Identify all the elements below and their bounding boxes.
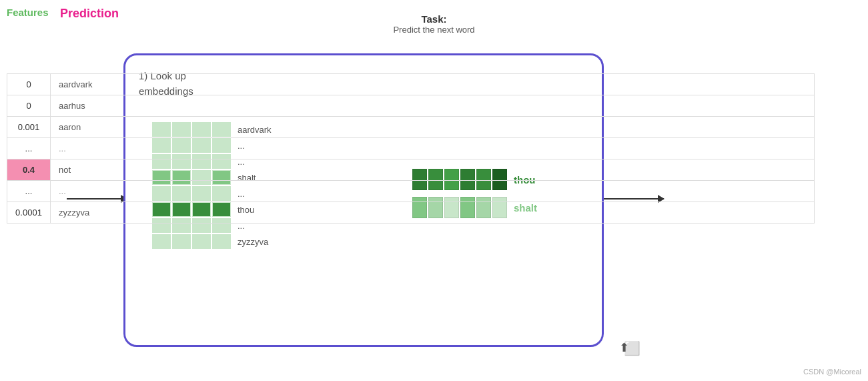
pred-word-dots2: ... xyxy=(51,181,74,202)
embed-label-zyzzyva: zyzzyva xyxy=(238,237,268,247)
embed-cell xyxy=(212,234,231,249)
pred-word-dots1: ... xyxy=(51,138,74,159)
output-prediction-label: Prediction xyxy=(60,7,815,21)
embed-cell xyxy=(192,234,211,249)
pred-word-aaron: aaron xyxy=(51,117,89,137)
pred-value-dots1: ... xyxy=(7,138,51,159)
watermark: CSDN @Micoreal xyxy=(803,368,861,376)
embed-cell xyxy=(152,234,171,249)
pred-row-dots1: ... ... xyxy=(7,137,815,159)
pred-row-aarhus: 0 aarhus xyxy=(7,95,815,116)
input-features-label: Features xyxy=(7,7,49,18)
pred-word-zyzzyva: zyzzyva xyxy=(51,202,97,223)
embed-row-zyzzyva: zyzzyva xyxy=(152,234,272,249)
pred-row-aardvark: 0 aardvark xyxy=(7,73,815,95)
pred-value-not: 0.4 xyxy=(7,159,51,180)
pred-value-aardvark: 0 xyxy=(7,74,51,95)
prediction-table: 0 aardvark 0 aarhus 0.001 aaron ... ... … xyxy=(7,73,815,224)
pred-value-aaron: 0.001 xyxy=(7,117,51,137)
task-subtitle: Predict the next word xyxy=(393,25,474,35)
pred-row-not: 0.4 not xyxy=(7,159,815,180)
pred-word-aarhus: aarhus xyxy=(51,95,93,116)
cursor-icon: ⬜ xyxy=(624,340,637,356)
embed-cell xyxy=(172,234,191,249)
pred-word-not: not xyxy=(51,159,79,180)
pred-value-aarhus: 0 xyxy=(7,95,51,116)
pred-row-aaron: 0.001 aaron xyxy=(7,116,815,137)
pred-value-zyzzyva: 0.0001 xyxy=(7,202,51,223)
diagram-container: Task: Predict the next word Features Tho… xyxy=(0,0,868,381)
pred-word-aardvark: aardvark xyxy=(51,74,101,95)
pred-row-zyzzyva: 0.0001 zyzzyva xyxy=(7,202,815,224)
pred-row-dots2: ... ... xyxy=(7,180,815,202)
pred-value-dots2: ... xyxy=(7,181,51,202)
